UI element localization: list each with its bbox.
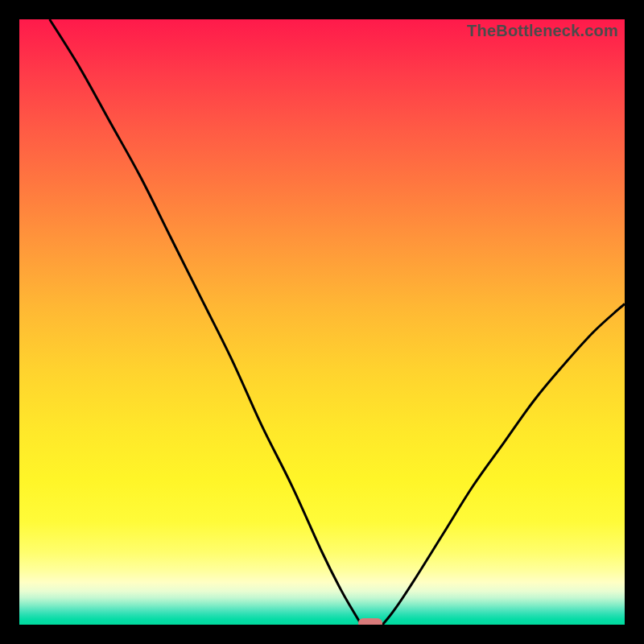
bottleneck-curve — [19, 19, 625, 625]
chart-frame: TheBottleneck.com — [0, 0, 644, 644]
curve-right-branch — [382, 303, 625, 625]
optimal-marker — [358, 618, 382, 625]
plot-area: TheBottleneck.com — [19, 19, 625, 625]
curve-left-branch — [50, 19, 361, 625]
